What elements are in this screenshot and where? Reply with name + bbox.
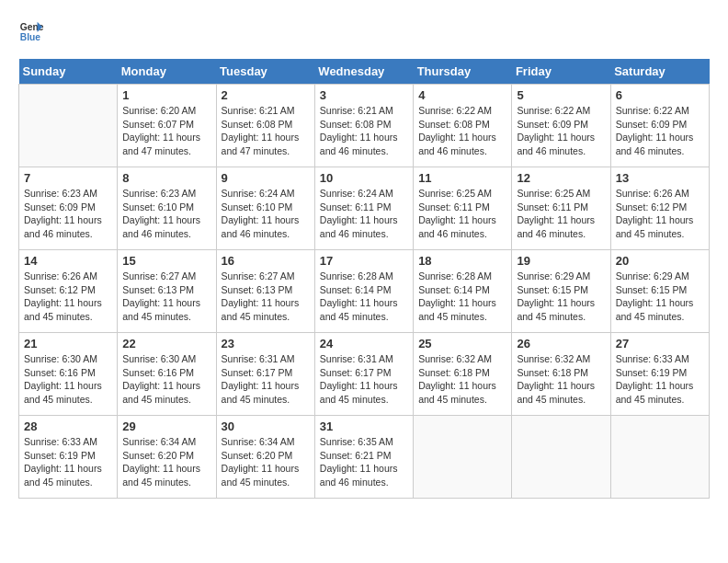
header-sunday: Sunday xyxy=(19,59,118,85)
day-number: 13 xyxy=(616,171,704,185)
day-info: Sunrise: 6:26 AMSunset: 6:12 PMDaylight:… xyxy=(616,187,704,241)
calendar-cell: 27Sunrise: 6:33 AMSunset: 6:19 PMDayligh… xyxy=(610,333,709,416)
header-friday: Friday xyxy=(512,59,610,85)
day-info: Sunrise: 6:26 AMSunset: 6:12 PMDaylight:… xyxy=(24,270,112,324)
day-info: Sunrise: 6:34 AMSunset: 6:20 PMDaylight:… xyxy=(222,435,310,489)
day-info: Sunrise: 6:22 AMSunset: 6:09 PMDaylight:… xyxy=(517,104,605,158)
day-number: 23 xyxy=(222,337,310,350)
day-number: 2 xyxy=(222,88,310,102)
day-number: 8 xyxy=(122,171,210,185)
day-info: Sunrise: 6:31 AMSunset: 6:17 PMDaylight:… xyxy=(320,352,408,407)
calendar-cell: 13Sunrise: 6:26 AMSunset: 6:12 PMDayligh… xyxy=(610,167,709,250)
day-number: 6 xyxy=(616,88,704,102)
day-number: 9 xyxy=(222,171,310,185)
calendar-cell: 4Sunrise: 6:22 AMSunset: 6:08 PMDaylight… xyxy=(414,85,512,167)
calendar-cell: 5Sunrise: 6:22 AMSunset: 6:09 PMDaylight… xyxy=(512,85,610,167)
day-number: 15 xyxy=(122,254,210,268)
day-number: 29 xyxy=(122,419,210,433)
day-info: Sunrise: 6:21 AMSunset: 6:08 PMDaylight:… xyxy=(222,104,310,158)
day-number: 17 xyxy=(320,254,408,268)
day-info: Sunrise: 6:35 AMSunset: 6:21 PMDaylight:… xyxy=(320,435,408,489)
calendar-cell: 3Sunrise: 6:21 AMSunset: 6:08 PMDaylight… xyxy=(314,85,413,167)
calendar-cell: 12Sunrise: 6:25 AMSunset: 6:11 PMDayligh… xyxy=(512,167,610,250)
svg-text:Blue: Blue xyxy=(20,32,41,42)
calendar-cell: 1Sunrise: 6:20 AMSunset: 6:07 PMDaylight… xyxy=(118,85,216,167)
header-row: SundayMondayTuesdayWednesdayThursdayFrid… xyxy=(19,59,710,85)
calendar-cell: 6Sunrise: 6:22 AMSunset: 6:09 PMDaylight… xyxy=(610,85,709,167)
day-number: 25 xyxy=(418,337,506,350)
day-info: Sunrise: 6:29 AMSunset: 6:15 PMDaylight:… xyxy=(616,270,704,324)
day-info: Sunrise: 6:21 AMSunset: 6:08 PMDaylight:… xyxy=(320,104,408,158)
calendar-cell: 30Sunrise: 6:34 AMSunset: 6:20 PMDayligh… xyxy=(216,416,314,499)
header-thursday: Thursday xyxy=(414,59,512,85)
header-saturday: Saturday xyxy=(610,59,709,85)
calendar-cell: 22Sunrise: 6:30 AMSunset: 6:16 PMDayligh… xyxy=(118,333,216,416)
day-number: 19 xyxy=(517,254,605,268)
day-number: 26 xyxy=(517,337,605,350)
calendar-cell: 15Sunrise: 6:27 AMSunset: 6:13 PMDayligh… xyxy=(118,250,216,333)
calendar-body: 1Sunrise: 6:20 AMSunset: 6:07 PMDaylight… xyxy=(19,85,710,499)
calendar-cell: 10Sunrise: 6:24 AMSunset: 6:11 PMDayligh… xyxy=(314,167,413,250)
day-info: Sunrise: 6:23 AMSunset: 6:10 PMDaylight:… xyxy=(122,187,210,241)
calendar-cell: 20Sunrise: 6:29 AMSunset: 6:15 PMDayligh… xyxy=(610,250,709,333)
day-info: Sunrise: 6:32 AMSunset: 6:18 PMDaylight:… xyxy=(517,352,605,407)
day-info: Sunrise: 6:28 AMSunset: 6:14 PMDaylight:… xyxy=(320,270,408,324)
calendar-cell: 21Sunrise: 6:30 AMSunset: 6:16 PMDayligh… xyxy=(19,333,118,416)
day-number: 21 xyxy=(24,337,112,350)
logo: General Blue xyxy=(18,18,48,44)
day-number: 30 xyxy=(222,419,310,433)
calendar-cell xyxy=(610,416,709,499)
calendar-cell: 19Sunrise: 6:29 AMSunset: 6:15 PMDayligh… xyxy=(512,250,610,333)
calendar-cell: 23Sunrise: 6:31 AMSunset: 6:17 PMDayligh… xyxy=(216,333,314,416)
day-number: 27 xyxy=(616,337,704,350)
week-row-3: 14Sunrise: 6:26 AMSunset: 6:12 PMDayligh… xyxy=(19,250,710,333)
day-info: Sunrise: 6:33 AMSunset: 6:19 PMDaylight:… xyxy=(616,352,704,407)
day-info: Sunrise: 6:33 AMSunset: 6:19 PMDaylight:… xyxy=(24,435,112,489)
day-number: 20 xyxy=(616,254,704,268)
page-header: General Blue xyxy=(18,18,710,44)
calendar-cell: 24Sunrise: 6:31 AMSunset: 6:17 PMDayligh… xyxy=(314,333,413,416)
week-row-5: 28Sunrise: 6:33 AMSunset: 6:19 PMDayligh… xyxy=(19,416,710,499)
calendar-cell xyxy=(512,416,610,499)
calendar-cell: 8Sunrise: 6:23 AMSunset: 6:10 PMDaylight… xyxy=(118,167,216,250)
day-number: 22 xyxy=(122,337,210,350)
day-info: Sunrise: 6:27 AMSunset: 6:13 PMDaylight:… xyxy=(222,270,310,324)
day-info: Sunrise: 6:34 AMSunset: 6:20 PMDaylight:… xyxy=(122,435,210,489)
day-number: 12 xyxy=(517,171,605,185)
day-number: 16 xyxy=(222,254,310,268)
day-info: Sunrise: 6:22 AMSunset: 6:08 PMDaylight:… xyxy=(418,104,506,158)
day-number: 24 xyxy=(320,337,408,350)
day-info: Sunrise: 6:32 AMSunset: 6:18 PMDaylight:… xyxy=(418,352,506,407)
day-info: Sunrise: 6:30 AMSunset: 6:16 PMDaylight:… xyxy=(24,352,112,407)
week-row-4: 21Sunrise: 6:30 AMSunset: 6:16 PMDayligh… xyxy=(19,333,710,416)
calendar-cell: 16Sunrise: 6:27 AMSunset: 6:13 PMDayligh… xyxy=(216,250,314,333)
calendar-cell: 11Sunrise: 6:25 AMSunset: 6:11 PMDayligh… xyxy=(414,167,512,250)
day-info: Sunrise: 6:27 AMSunset: 6:13 PMDaylight:… xyxy=(122,270,210,324)
header-tuesday: Tuesday xyxy=(216,59,314,85)
logo-icon: General Blue xyxy=(18,18,44,44)
calendar-cell: 17Sunrise: 6:28 AMSunset: 6:14 PMDayligh… xyxy=(314,250,413,333)
calendar-cell: 31Sunrise: 6:35 AMSunset: 6:21 PMDayligh… xyxy=(314,416,413,499)
calendar-table: SundayMondayTuesdayWednesdayThursdayFrid… xyxy=(18,59,710,499)
day-number: 10 xyxy=(320,171,408,185)
calendar-cell: 25Sunrise: 6:32 AMSunset: 6:18 PMDayligh… xyxy=(414,333,512,416)
week-row-1: 1Sunrise: 6:20 AMSunset: 6:07 PMDaylight… xyxy=(19,85,710,167)
day-number: 1 xyxy=(122,88,210,102)
calendar-cell: 29Sunrise: 6:34 AMSunset: 6:20 PMDayligh… xyxy=(118,416,216,499)
day-info: Sunrise: 6:25 AMSunset: 6:11 PMDaylight:… xyxy=(418,187,506,241)
calendar-cell: 14Sunrise: 6:26 AMSunset: 6:12 PMDayligh… xyxy=(19,250,118,333)
calendar-cell: 28Sunrise: 6:33 AMSunset: 6:19 PMDayligh… xyxy=(19,416,118,499)
day-number: 14 xyxy=(24,254,112,268)
header-wednesday: Wednesday xyxy=(314,59,413,85)
day-number: 11 xyxy=(418,171,506,185)
calendar-cell: 26Sunrise: 6:32 AMSunset: 6:18 PMDayligh… xyxy=(512,333,610,416)
day-number: 18 xyxy=(418,254,506,268)
day-number: 28 xyxy=(24,419,112,433)
day-info: Sunrise: 6:20 AMSunset: 6:07 PMDaylight:… xyxy=(122,104,210,158)
calendar-cell: 9Sunrise: 6:24 AMSunset: 6:10 PMDaylight… xyxy=(216,167,314,250)
day-info: Sunrise: 6:24 AMSunset: 6:11 PMDaylight:… xyxy=(320,187,408,241)
calendar-cell: 2Sunrise: 6:21 AMSunset: 6:08 PMDaylight… xyxy=(216,85,314,167)
day-number: 31 xyxy=(320,419,408,433)
calendar-header: SundayMondayTuesdayWednesdayThursdayFrid… xyxy=(19,59,710,85)
day-info: Sunrise: 6:30 AMSunset: 6:16 PMDaylight:… xyxy=(122,352,210,407)
